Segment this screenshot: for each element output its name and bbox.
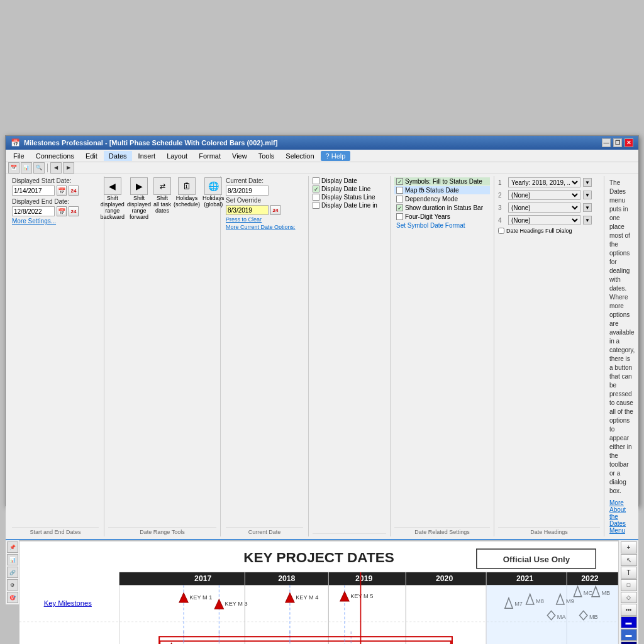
heading3-dropdown-btn[interactable]: ▼	[583, 203, 592, 212]
window-title: Milestones Professional - [Multi Phase S…	[24, 139, 277, 147]
toolbar-icon-4[interactable]: ◀	[50, 162, 62, 174]
heading3-select[interactable]: (None)	[508, 203, 580, 213]
date-headings-full-check[interactable]	[498, 228, 504, 234]
toolbar-icon-2[interactable]: 📊	[21, 162, 32, 174]
start-date-cal-btn2[interactable]: 24	[69, 186, 79, 196]
section3-label: Current Date	[226, 527, 303, 535]
menu-format[interactable]: Format	[194, 151, 226, 161]
show-duration-label: Show duration in Status Bar	[405, 204, 483, 211]
heading4-select[interactable]: (None)	[508, 215, 580, 225]
set-symbol-format-link[interactable]: Set Symbol Date Format	[396, 222, 465, 229]
title-bar-left: 📅 Milestones Professional - [Multi Phase…	[11, 138, 277, 147]
chart-area: KEY PROJECT DATES Official Use Only 2017…	[19, 540, 618, 644]
display-date-line-in-check[interactable]	[313, 202, 319, 209]
shift-forward-btn[interactable]: ▶ Shift displayed range forward	[127, 177, 151, 220]
menu-edit[interactable]: Edit	[80, 151, 103, 161]
display-date-check[interactable]	[313, 177, 319, 184]
end-date-input[interactable]	[12, 206, 55, 216]
menu-insert[interactable]: Insert	[133, 151, 161, 161]
description-section: The Dates menu puts in one place most of…	[604, 176, 640, 536]
heading1-select[interactable]: Yearly: 2018, 2019, ...	[508, 177, 580, 187]
end-date-cal-btn[interactable]: 📅	[57, 206, 67, 216]
start-date-input[interactable]	[12, 186, 55, 196]
section2-label: Date Range Tools	[108, 527, 216, 535]
menu-view[interactable]: View	[227, 151, 252, 161]
toolbar-icon-3[interactable]: 🔍	[33, 162, 45, 174]
map-to-status-check[interactable]	[396, 187, 403, 194]
sidebar-icon-2[interactable]: 📊	[7, 554, 18, 565]
title-bar-controls: — ❐ ✕	[602, 138, 633, 147]
app-icon: 📅	[11, 138, 20, 147]
heading4-dropdown-btn[interactable]: ▼	[583, 216, 592, 225]
end-date-cal-btn2[interactable]: 24	[69, 206, 79, 216]
tool-text[interactable]: T	[621, 567, 637, 579]
four-digit-years-label: Four-Digit Years	[405, 213, 450, 220]
more-about-link[interactable]: More About the Dates Menu	[609, 499, 635, 534]
tool-rect[interactable]: □	[621, 579, 637, 591]
start-date-label: Displayed Start Date:	[12, 177, 78, 184]
tool-dot[interactable]: •••	[621, 604, 637, 616]
override-input[interactable]	[226, 205, 269, 215]
dependency-mode-check[interactable]	[396, 196, 403, 203]
heading1-num: 1	[498, 179, 506, 186]
symbols-fill-label: Symbols: Fill to Status Date	[405, 178, 482, 185]
start-date-row: Displayed Start Date:	[12, 177, 99, 184]
four-digit-years-check[interactable]	[396, 213, 403, 220]
svg-text:KEY M 1: KEY M 1	[189, 594, 212, 601]
svg-text:KEY M 5: KEY M 5	[350, 593, 373, 599]
maximize-button[interactable]: ❐	[613, 138, 622, 147]
shift-all-btn[interactable]: ⇄ Shift all task dates	[153, 177, 171, 220]
display-status-line-row: Display Status Line	[313, 194, 386, 201]
heading1-dropdown-btn[interactable]: ▼	[583, 178, 592, 187]
map-to-status-row: Map to Status Date ↖	[394, 186, 490, 194]
menu-dates[interactable]: Dates	[104, 151, 132, 161]
more-settings-link[interactable]: More Settings...	[12, 218, 99, 225]
heading2-select[interactable]: (None)	[508, 190, 580, 200]
close-button[interactable]: ✕	[625, 138, 633, 147]
svg-text:2022: 2022	[581, 574, 598, 583]
shift-backward-btn[interactable]: ◀ Shift displayed range backward	[100, 177, 125, 220]
start-date-cal-btn[interactable]: 📅	[57, 186, 67, 196]
set-override-label: Set Override	[226, 197, 303, 204]
tool-diamond[interactable]: ◇	[621, 592, 637, 604]
display-status-line-check[interactable]	[313, 194, 319, 201]
menu-tools[interactable]: Tools	[253, 151, 280, 161]
tool-color-blue[interactable]: ▬	[621, 616, 637, 628]
display-status-line-label: Display Status Line	[321, 194, 375, 201]
sidebar-icon-1[interactable]: 📌	[7, 541, 18, 553]
override-cal-btn[interactable]: 24	[270, 205, 280, 215]
minimize-button[interactable]: —	[602, 138, 611, 147]
heading2-dropdown-btn[interactable]: ▼	[583, 191, 592, 199]
display-options-section: Display Date ✓ Display Date Line Display…	[309, 176, 391, 536]
current-date-input[interactable]	[226, 186, 269, 196]
press-to-clear-link[interactable]: Press to Clear	[226, 216, 303, 223]
menu-layout[interactable]: Layout	[162, 151, 192, 161]
symbols-fill-check[interactable]: ✓	[396, 178, 403, 185]
help-button[interactable]: ? Help	[321, 151, 351, 161]
svg-text:2021: 2021	[516, 574, 533, 583]
sidebar-icon-4[interactable]: ⚙	[7, 579, 18, 591]
toolbar-icon-1[interactable]: 📅	[8, 162, 19, 174]
sidebar-icon-5[interactable]: 🎯	[7, 592, 18, 603]
chart-title: KEY PROJECT DATES	[243, 550, 394, 565]
tool-color-navy[interactable]: ▬	[621, 641, 637, 644]
tool-add[interactable]: +	[621, 541, 637, 553]
shift-all-label: Shift all task dates	[153, 195, 171, 214]
symbols-fill-row: ✓ Symbols: Fill to Status Date	[394, 177, 490, 186]
display-date-line-row: ✓ Display Date Line	[313, 186, 386, 192]
section4-label	[313, 533, 386, 535]
menu-file[interactable]: File	[8, 151, 30, 161]
show-duration-row: ✓ Show duration in Status Bar	[394, 204, 490, 212]
show-duration-check[interactable]: ✓	[396, 204, 403, 211]
tool-select[interactable]: ↖	[621, 554, 637, 566]
menu-connections[interactable]: Connections	[31, 151, 79, 161]
heading4-num: 4	[498, 217, 506, 224]
sidebar-icon-3[interactable]: 🔗	[7, 567, 18, 578]
display-date-line-check[interactable]: ✓	[313, 186, 319, 192]
tool-blue2[interactable]: ▬	[621, 629, 637, 641]
holidays-schedule-btn[interactable]: 🗓 Holidays (schedule)	[174, 177, 200, 220]
menu-selection[interactable]: Selection	[280, 151, 319, 161]
more-options-link[interactable]: More Current Date Options:	[226, 224, 303, 230]
toolbar-icon-5[interactable]: ▶	[63, 162, 74, 174]
heading4-row: 4 (None) ▼	[498, 215, 600, 225]
